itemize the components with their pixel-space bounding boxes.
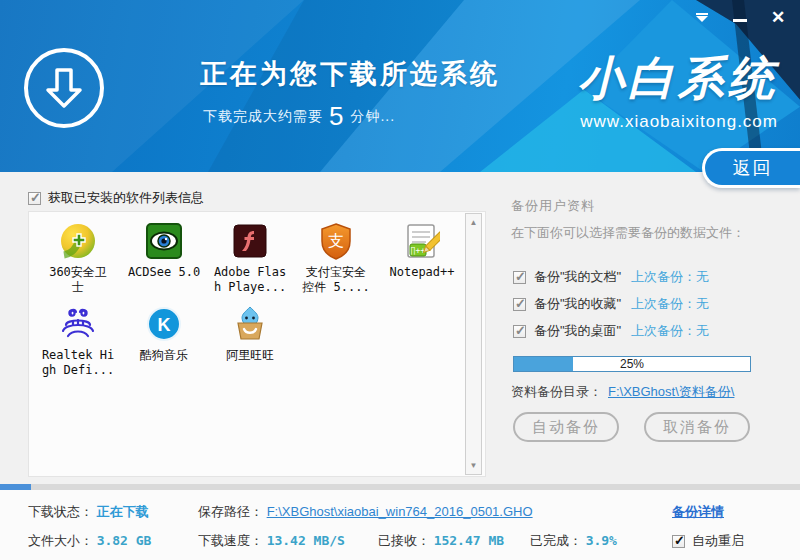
received-value: 152.47 MB	[434, 533, 504, 548]
backup-progress-percent: 25%	[514, 357, 750, 371]
backup-row-desktop[interactable]: 备份"我的桌面" 上次备份：无	[513, 322, 621, 340]
app-item-acdsee[interactable]: ACDSee 5.0	[121, 222, 207, 295]
save-path-link[interactable]: F:\XBGhost\xiaobai_win764_2016_0501.GHO	[267, 504, 533, 519]
backup-documents-checkbox[interactable]	[513, 271, 526, 284]
backup-favorites-last: 上次备份：无	[631, 295, 751, 313]
backup-detail-link[interactable]: 备份详情	[672, 503, 724, 521]
status-bar: 下载状态： 正在下载 保存路径： F:\XBGhost\xiaobai_win7…	[0, 490, 800, 560]
close-icon[interactable]: ✕	[766, 6, 790, 28]
app-item-realtek[interactable]: Realtek Hi gh Defi...	[35, 305, 121, 378]
received-label: 已接收：	[378, 533, 430, 548]
backup-row-documents[interactable]: 备份"我的文档" 上次备份：无	[513, 268, 621, 286]
app-label: Adobe Flas h Playe...	[214, 265, 286, 295]
scroll-up-icon[interactable]: ▲	[466, 215, 481, 230]
software-scrollbar[interactable]: ▲ ▼	[465, 213, 482, 475]
auto-backup-button[interactable]: 自动备份	[513, 412, 619, 442]
tray-glyph	[696, 13, 708, 22]
alipay-char: 支	[328, 232, 344, 249]
360-safe-icon	[59, 222, 97, 260]
app-label: Realtek Hi gh Defi...	[42, 348, 114, 378]
app-item-alipay[interactable]: 支 支付宝安全 控件 5....	[293, 222, 379, 295]
alipay-shield-icon: 支	[317, 222, 355, 260]
minimize-glyph	[733, 19, 747, 22]
back-button[interactable]: 返回	[702, 148, 800, 188]
file-size: 文件大小： 3.82 GB	[28, 532, 151, 550]
aliwangwang-icon	[231, 305, 269, 343]
backup-title: 备份用户资料	[511, 197, 595, 215]
eta-suffix: 分钟...	[350, 108, 395, 126]
backup-buttons: 自动备份 取消备份	[513, 412, 750, 442]
minimize-icon[interactable]	[728, 6, 752, 28]
app-label: Notepad++	[389, 265, 454, 280]
backup-documents-last: 上次备份：无	[631, 268, 751, 286]
installed-software-panel: 360安全卫 士 ACDSee 5.0	[28, 211, 486, 477]
download-state: 下载状态： 正在下载	[28, 503, 149, 521]
app-label: 阿里旺旺	[226, 348, 274, 363]
software-list-checkbox-label: 获取已安装的软件列表信息	[48, 189, 204, 207]
auto-restart-label: 自动重启	[692, 532, 744, 550]
brand-logo: 小白系统 www.xiaobaixitong.com	[578, 48, 778, 132]
save-path-label: 保存路径：	[198, 504, 263, 519]
brand-name: 小白系统	[578, 48, 778, 110]
software-list-checkbox-row[interactable]: 获取已安装的软件列表信息	[28, 189, 204, 207]
backup-desktop-checkbox[interactable]	[513, 325, 526, 338]
backup-favorites-checkbox[interactable]	[513, 298, 526, 311]
backup-favorites-label: 备份"我的收藏"	[534, 295, 621, 313]
app-item-kugou[interactable]: K 酷狗音乐	[121, 305, 207, 378]
svg-text:∏++: ∏++	[411, 246, 426, 255]
file-size-label: 文件大小：	[28, 533, 93, 548]
eta-prefix: 下载完成大约需要	[203, 108, 323, 126]
cancel-backup-button[interactable]: 取消备份	[644, 412, 750, 442]
download-speed-label: 下载速度：	[198, 533, 263, 548]
app-item-flash[interactable]: Adobe Flas h Playe...	[207, 222, 293, 295]
adobe-flash-icon	[231, 222, 269, 260]
window-controls: ✕	[690, 6, 790, 28]
software-grid: 360安全卫 士 ACDSee 5.0	[35, 222, 465, 388]
auto-restart-checkbox[interactable]	[672, 535, 685, 548]
app-item-360safe[interactable]: 360安全卫 士	[35, 222, 121, 295]
tray-menu-icon[interactable]	[690, 6, 714, 28]
download-eta-text: 下载完成大约需要 5 分钟...	[203, 106, 395, 126]
app-item-aliwangwang[interactable]: 阿里旺旺	[207, 305, 293, 378]
main-content: 获取已安装的软件列表信息 360安全卫 士	[0, 172, 800, 484]
kugou-music-icon: K	[145, 305, 183, 343]
backup-desktop-last: 上次备份：无	[631, 322, 751, 340]
download-state-value: 正在下载	[97, 504, 149, 519]
eta-minutes: 5	[329, 106, 344, 126]
completed-label: 已完成：	[530, 533, 582, 548]
app-label: 360安全卫 士	[49, 265, 107, 295]
app-label: 支付宝安全 控件 5....	[302, 265, 369, 295]
app-window: 正在为您下载所选系统 下载完成大约需要 5 分钟... 小白系统 www.xia…	[0, 0, 800, 560]
app-label: 酷狗音乐	[140, 348, 188, 363]
file-size-value: 3.82 GB	[97, 533, 152, 548]
page-title: 正在为您下载所选系统	[200, 56, 500, 92]
header-banner: 正在为您下载所选系统 下载完成大约需要 5 分钟... 小白系统 www.xia…	[0, 0, 800, 172]
backup-progress-bar: 25%	[513, 356, 751, 372]
backup-desktop-label: 备份"我的桌面"	[534, 322, 621, 340]
software-list-checkbox[interactable]	[28, 192, 41, 205]
scroll-down-icon[interactable]: ▼	[466, 458, 481, 473]
brand-url: www.xiaobaixitong.com	[578, 112, 778, 132]
auto-restart-row[interactable]: 自动重启	[672, 532, 744, 550]
kugou-letter: K	[158, 315, 171, 335]
close-glyph: ✕	[771, 9, 785, 26]
backup-subtitle: 在下面你可以选择需要备份的数据文件：	[511, 224, 745, 242]
completed: 已完成： 3.9%	[530, 532, 617, 550]
app-item-notepadpp[interactable]: ∏++ Notepad++	[379, 222, 465, 295]
acdsee-icon	[145, 222, 183, 260]
backup-dir-label: 资料备份目录：	[511, 383, 602, 401]
backup-row-favorites[interactable]: 备份"我的收藏" 上次备份：无	[513, 295, 621, 313]
backup-dir-row: 资料备份目录： F:\XBGhost\资料备份\	[511, 383, 734, 401]
realtek-crab-icon	[59, 305, 97, 343]
backup-dir-link[interactable]: F:\XBGhost\资料备份\	[608, 383, 734, 401]
download-speed: 下载速度： 13.42 MB/S	[198, 532, 345, 550]
download-state-label: 下载状态：	[28, 504, 93, 519]
backup-documents-label: 备份"我的文档"	[534, 268, 621, 286]
download-circle-icon	[24, 48, 104, 128]
notepadpp-icon: ∏++	[403, 222, 441, 260]
download-speed-value: 13.42 MB/S	[267, 533, 345, 548]
completed-value: 3.9%	[586, 533, 617, 548]
app-label: ACDSee 5.0	[128, 265, 200, 280]
received: 已接收： 152.47 MB	[378, 532, 504, 550]
save-path: 保存路径： F:\XBGhost\xiaobai_win764_2016_050…	[198, 503, 533, 521]
